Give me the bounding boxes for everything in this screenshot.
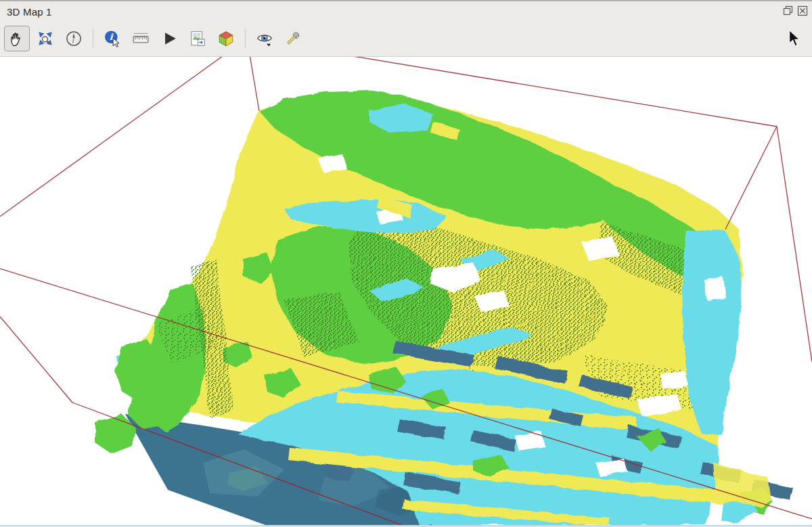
save-as-image-button[interactable] (185, 26, 210, 51)
float-window-button[interactable] (782, 5, 794, 17)
zoom-full-button[interactable] (32, 26, 58, 51)
export-3d-scene-button[interactable] (213, 26, 239, 51)
ruler-icon (131, 30, 150, 47)
wrench-icon (284, 30, 302, 47)
toolbar-separator (93, 29, 93, 48)
play-icon (160, 30, 178, 47)
toolbar-separator (245, 29, 246, 48)
view-compass-button[interactable] (61, 26, 87, 51)
window-controls (782, 5, 809, 17)
animations-button[interactable] (156, 26, 182, 51)
view-themes-button[interactable] (252, 26, 277, 51)
3d-map-viewport[interactable] (0, 57, 812, 525)
configure-button[interactable] (280, 26, 306, 51)
close-window-icon (796, 5, 809, 17)
titlebar: 3D Map 1 (0, 1, 812, 20)
zoom-full-icon (37, 30, 54, 47)
save-image-icon (189, 30, 206, 47)
3d-scene-svg (0, 57, 812, 525)
identify-icon: i (104, 30, 121, 47)
identify-button[interactable]: i (99, 26, 125, 51)
pan-hand-icon (8, 30, 26, 47)
map-3d-panel: 3D Map 1 (0, 0, 812, 527)
float-window-icon (782, 5, 794, 17)
cube-3d-icon (217, 30, 235, 47)
panel-title: 3D Map 1 (7, 6, 52, 18)
camera-control-button[interactable] (4, 26, 30, 51)
eye-icon (255, 30, 274, 47)
compass-icon (65, 30, 83, 47)
measure-line-button[interactable] (128, 26, 154, 51)
close-window-button[interactable] (796, 5, 809, 17)
toolbar-3d-map: i (0, 20, 812, 57)
